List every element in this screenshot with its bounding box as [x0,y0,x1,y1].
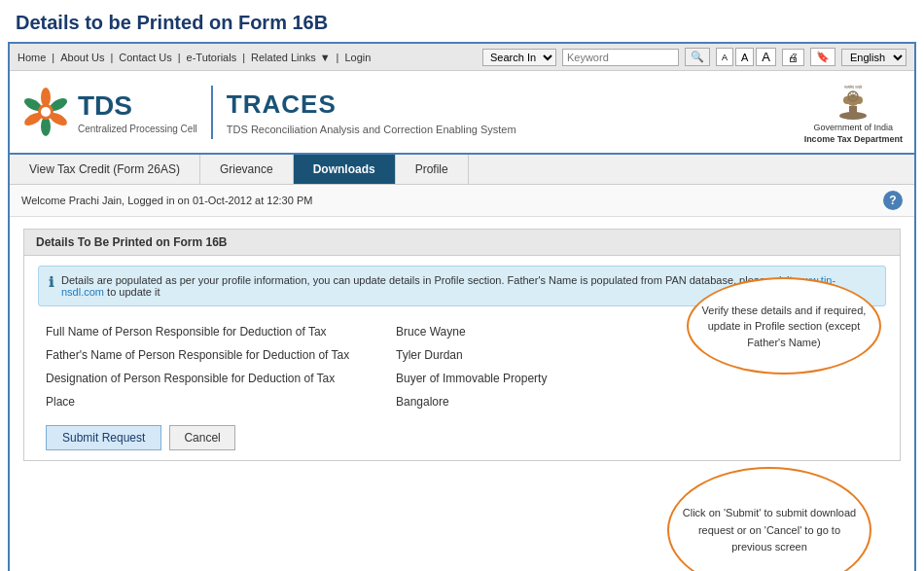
nav-about[interactable]: About Us [60,52,104,63]
callout-text-2: Click on 'Submit' to submit download req… [669,495,870,566]
bookmark-button[interactable]: 🔖 [810,48,835,66]
nav-related[interactable]: Related Links [251,52,316,63]
top-nav-links: Home | About Us | Contact Us | e-Tutoria… [18,52,371,63]
main-nav: View Tax Credit (Form 26AS) Grievance Do… [10,155,914,185]
page-title: Details to be Printed on Form 16B [0,0,924,42]
nav-tutorials[interactable]: e-Tutorials [187,52,237,63]
nav-contact[interactable]: Contact Us [119,52,171,63]
search-in-select[interactable]: Search In [482,49,556,66]
cpc-label: Centralized Processing Cell [78,124,197,134]
font-medium-button[interactable]: A [735,48,754,66]
info-box: ℹ Details are populated as per your prof… [38,266,886,306]
language-select[interactable]: English [841,49,906,66]
govt-emblem-icon: सत्यमेव जयते [835,79,871,123]
details-section: Details To Be Printed on Form 16B ℹ Deta… [23,229,901,461]
nav-view-tax[interactable]: View Tax Credit (Form 26AS) [10,155,200,184]
table-row: Designation of Person Responsible for De… [38,367,886,390]
nav-downloads[interactable]: Downloads [294,155,396,184]
nav-login[interactable]: Login [344,52,371,63]
traces-area: TRACES TDS Reconciliation Analysis and C… [227,89,804,135]
welcome-text: Welcome Prachi Jain, Logged in on 01-Oct… [21,195,312,206]
govt-emblem-area: सत्यमेव जयते Government of India Income … [804,79,903,145]
field-value-fullname: Bruce Wayne [388,320,886,343]
svg-rect-9 [849,106,857,116]
logo-area: TDS Centralized Processing Cell [21,88,197,136]
callout-bubble-2-wrapper: Click on 'Submit' to submit download req… [23,467,901,571]
help-button[interactable]: ? [883,191,903,210]
section-body: ℹ Details are populated as per your prof… [24,256,900,460]
field-value-fathername: Tyler Durdan [388,343,886,367]
font-large-button[interactable]: A [756,48,776,66]
header-divider [211,86,213,139]
tds-logo-icon [21,88,70,136]
font-small-button[interactable]: A [716,48,733,66]
info-icon: ℹ [49,274,53,298]
traces-title: TRACES [227,89,804,120]
main-container: Home | About Us | Contact Us | e-Tutoria… [8,42,916,571]
nav-profile[interactable]: Profile [396,155,469,184]
top-nav-bar: Home | About Us | Contact Us | e-Tutoria… [10,44,914,71]
svg-text:सत्यमेव जयते: सत्यमेव जयते [843,85,863,89]
table-row: Place Bangalore [38,390,886,413]
field-value-designation: Buyer of Immovable Property [388,367,886,390]
cancel-button[interactable]: Cancel [169,425,234,450]
tds-brand: TDS [78,90,197,122]
table-row: Father's Name of Person Responsible for … [38,343,886,367]
info-text: Details are populated as per your profil… [61,274,875,298]
callout-bubble-2: Click on 'Submit' to submit download req… [667,467,871,571]
field-label-fullname: Full Name of Person Responsible for Dedu… [38,320,388,343]
content-area: Details To Be Printed on Form 16B ℹ Deta… [10,217,914,571]
traces-subtitle: TDS Reconciliation Analysis and Correcti… [227,124,804,135]
action-buttons: Submit Request Cancel [38,425,886,450]
submit-request-button[interactable]: Submit Request [46,425,161,450]
field-label-fathername: Father's Name of Person Responsible for … [38,343,388,367]
svg-point-7 [41,107,51,117]
section-header: Details To Be Printed on Form 16B [24,230,900,256]
table-row: Full Name of Person Responsible for Dedu… [38,320,886,343]
field-label-place: Place [38,390,388,413]
print-button[interactable]: 🖨 [782,49,804,66]
top-nav-search: Search In 🔍 A A A 🖨 🔖 English [482,48,906,66]
field-value-place: Bangalore [388,390,886,413]
site-header: TDS Centralized Processing Cell TRACES T… [10,71,914,155]
keyword-input[interactable] [562,49,679,66]
nav-grievance[interactable]: Grievance [200,155,294,184]
logo-text-area: TDS Centralized Processing Cell [78,90,197,134]
content-wrapper: Details To Be Printed on Form 16B ℹ Deta… [23,229,901,461]
search-button[interactable]: 🔍 [685,48,710,66]
nav-home[interactable]: Home [18,52,46,63]
welcome-bar: Welcome Prachi Jain, Logged in on 01-Oct… [10,185,914,217]
font-size-controls: A A A [716,48,776,66]
form-fields-table: Full Name of Person Responsible for Dedu… [38,320,886,413]
dept-name: Government of India Income Tax Departmen… [804,123,903,145]
field-label-designation: Designation of Person Responsible for De… [38,367,388,390]
